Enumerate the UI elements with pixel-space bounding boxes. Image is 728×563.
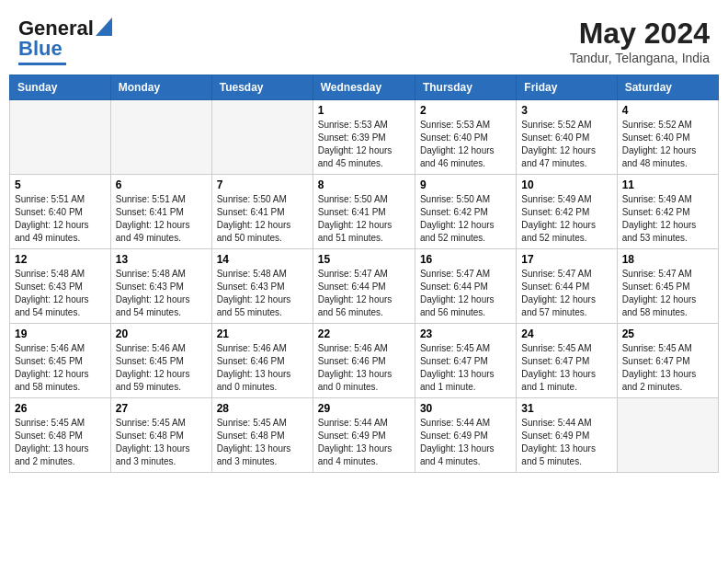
title-block: May 2024 Tandur, Telangana, India bbox=[570, 17, 710, 65]
calendar-cell: 7Sunrise: 5:50 AMSunset: 6:41 PMDaylight… bbox=[211, 175, 313, 249]
col-header-friday: Friday bbox=[517, 75, 617, 100]
calendar-cell: 9Sunrise: 5:50 AMSunset: 6:42 PMDaylight… bbox=[415, 175, 516, 249]
calendar-cell: 6Sunrise: 5:51 AMSunset: 6:41 PMDaylight… bbox=[110, 175, 211, 249]
day-number: 9 bbox=[420, 178, 511, 191]
calendar-cell bbox=[211, 100, 313, 175]
day-number: 13 bbox=[116, 253, 207, 266]
day-number: 28 bbox=[217, 402, 308, 415]
calendar-week-2: 5Sunrise: 5:51 AMSunset: 6:40 PMDaylight… bbox=[10, 175, 719, 249]
day-info: Sunrise: 5:45 AMSunset: 6:47 PMDaylight:… bbox=[420, 342, 511, 394]
calendar-cell: 21Sunrise: 5:46 AMSunset: 6:46 PMDayligh… bbox=[211, 324, 313, 398]
calendar-cell: 23Sunrise: 5:45 AMSunset: 6:47 PMDayligh… bbox=[415, 324, 516, 398]
calendar-cell: 18Sunrise: 5:47 AMSunset: 6:45 PMDayligh… bbox=[617, 249, 718, 324]
calendar-cell: 11Sunrise: 5:49 AMSunset: 6:42 PMDayligh… bbox=[617, 175, 718, 249]
calendar-week-4: 19Sunrise: 5:46 AMSunset: 6:45 PMDayligh… bbox=[10, 324, 719, 398]
logo: General Blue bbox=[18, 17, 112, 65]
calendar-cell: 25Sunrise: 5:45 AMSunset: 6:47 PMDayligh… bbox=[617, 324, 718, 398]
day-number: 26 bbox=[15, 402, 106, 415]
calendar-cell: 24Sunrise: 5:45 AMSunset: 6:47 PMDayligh… bbox=[517, 324, 617, 398]
page-title: May 2024 bbox=[570, 17, 710, 51]
day-number: 18 bbox=[622, 253, 713, 266]
calendar-cell: 22Sunrise: 5:46 AMSunset: 6:46 PMDayligh… bbox=[313, 324, 415, 398]
day-info: Sunrise: 5:48 AMSunset: 6:43 PMDaylight:… bbox=[15, 268, 106, 319]
calendar-cell: 4Sunrise: 5:52 AMSunset: 6:40 PMDaylight… bbox=[617, 100, 718, 175]
calendar-cell: 17Sunrise: 5:47 AMSunset: 6:44 PMDayligh… bbox=[517, 249, 617, 324]
day-info: Sunrise: 5:45 AMSunset: 6:48 PMDaylight:… bbox=[15, 417, 106, 468]
day-number: 14 bbox=[217, 253, 308, 266]
day-info: Sunrise: 5:51 AMSunset: 6:41 PMDaylight:… bbox=[116, 193, 207, 245]
calendar-cell: 14Sunrise: 5:48 AMSunset: 6:43 PMDayligh… bbox=[211, 249, 313, 324]
day-number: 23 bbox=[420, 327, 511, 340]
day-number: 16 bbox=[420, 253, 511, 266]
day-number: 21 bbox=[217, 327, 308, 340]
calendar-week-3: 12Sunrise: 5:48 AMSunset: 6:43 PMDayligh… bbox=[10, 249, 719, 324]
day-info: Sunrise: 5:49 AMSunset: 6:42 PMDaylight:… bbox=[622, 193, 713, 245]
day-info: Sunrise: 5:50 AMSunset: 6:41 PMDaylight:… bbox=[318, 193, 410, 245]
day-info: Sunrise: 5:48 AMSunset: 6:43 PMDaylight:… bbox=[217, 268, 308, 319]
calendar-week-1: 1Sunrise: 5:53 AMSunset: 6:39 PMDaylight… bbox=[10, 100, 719, 175]
day-info: Sunrise: 5:46 AMSunset: 6:45 PMDaylight:… bbox=[15, 342, 106, 394]
day-info: Sunrise: 5:46 AMSunset: 6:46 PMDaylight:… bbox=[318, 342, 410, 394]
col-header-tuesday: Tuesday bbox=[211, 75, 313, 100]
day-number: 20 bbox=[116, 327, 207, 340]
calendar-table: SundayMondayTuesdayWednesdayThursdayFrid… bbox=[9, 75, 719, 473]
day-number: 2 bbox=[420, 104, 511, 117]
day-info: Sunrise: 5:47 AMSunset: 6:45 PMDaylight:… bbox=[622, 268, 713, 319]
col-header-saturday: Saturday bbox=[617, 75, 718, 100]
day-info: Sunrise: 5:45 AMSunset: 6:47 PMDaylight:… bbox=[622, 342, 713, 394]
day-number: 8 bbox=[318, 178, 410, 191]
calendar-header-row: SundayMondayTuesdayWednesdayThursdayFrid… bbox=[10, 75, 719, 100]
day-info: Sunrise: 5:47 AMSunset: 6:44 PMDaylight:… bbox=[318, 268, 410, 319]
logo-underline bbox=[18, 63, 66, 65]
calendar-cell: 5Sunrise: 5:51 AMSunset: 6:40 PMDaylight… bbox=[10, 175, 111, 249]
page-header: General Blue May 2024 Tandur, Telangana,… bbox=[9, 9, 719, 69]
day-number: 19 bbox=[15, 327, 106, 340]
calendar-cell bbox=[10, 100, 111, 175]
day-number: 1 bbox=[318, 104, 410, 117]
col-header-monday: Monday bbox=[110, 75, 211, 100]
day-number: 29 bbox=[318, 402, 410, 415]
day-info: Sunrise: 5:53 AMSunset: 6:39 PMDaylight:… bbox=[318, 119, 410, 170]
day-number: 25 bbox=[622, 327, 713, 340]
col-header-wednesday: Wednesday bbox=[313, 75, 415, 100]
calendar-cell: 29Sunrise: 5:44 AMSunset: 6:49 PMDayligh… bbox=[313, 398, 415, 473]
day-number: 24 bbox=[521, 327, 611, 340]
calendar-cell: 16Sunrise: 5:47 AMSunset: 6:44 PMDayligh… bbox=[415, 249, 516, 324]
day-number: 27 bbox=[116, 402, 207, 415]
calendar-cell bbox=[110, 100, 211, 175]
day-info: Sunrise: 5:50 AMSunset: 6:42 PMDaylight:… bbox=[420, 193, 511, 245]
calendar-cell: 31Sunrise: 5:44 AMSunset: 6:49 PMDayligh… bbox=[517, 398, 617, 473]
calendar-cell: 20Sunrise: 5:46 AMSunset: 6:45 PMDayligh… bbox=[110, 324, 211, 398]
day-info: Sunrise: 5:44 AMSunset: 6:49 PMDaylight:… bbox=[318, 417, 410, 468]
calendar-week-5: 26Sunrise: 5:45 AMSunset: 6:48 PMDayligh… bbox=[10, 398, 719, 473]
day-info: Sunrise: 5:45 AMSunset: 6:47 PMDaylight:… bbox=[521, 342, 611, 394]
col-header-sunday: Sunday bbox=[10, 75, 111, 100]
calendar-cell: 27Sunrise: 5:45 AMSunset: 6:48 PMDayligh… bbox=[110, 398, 211, 473]
logo-triangle-icon bbox=[96, 17, 112, 36]
day-number: 7 bbox=[217, 178, 308, 191]
day-info: Sunrise: 5:45 AMSunset: 6:48 PMDaylight:… bbox=[116, 417, 207, 468]
day-info: Sunrise: 5:51 AMSunset: 6:40 PMDaylight:… bbox=[15, 193, 106, 245]
calendar-cell: 8Sunrise: 5:50 AMSunset: 6:41 PMDaylight… bbox=[313, 175, 415, 249]
day-number: 17 bbox=[521, 253, 611, 266]
calendar-cell bbox=[617, 398, 718, 473]
calendar-cell: 19Sunrise: 5:46 AMSunset: 6:45 PMDayligh… bbox=[10, 324, 111, 398]
day-number: 22 bbox=[318, 327, 410, 340]
day-info: Sunrise: 5:49 AMSunset: 6:42 PMDaylight:… bbox=[521, 193, 611, 245]
day-info: Sunrise: 5:45 AMSunset: 6:48 PMDaylight:… bbox=[217, 417, 308, 468]
day-number: 3 bbox=[521, 104, 611, 117]
day-info: Sunrise: 5:52 AMSunset: 6:40 PMDaylight:… bbox=[622, 119, 713, 170]
day-number: 30 bbox=[420, 402, 511, 415]
day-number: 11 bbox=[622, 178, 713, 191]
day-number: 5 bbox=[15, 178, 106, 191]
calendar-cell: 30Sunrise: 5:44 AMSunset: 6:49 PMDayligh… bbox=[415, 398, 516, 473]
calendar-cell: 10Sunrise: 5:49 AMSunset: 6:42 PMDayligh… bbox=[517, 175, 617, 249]
logo-blue: Blue bbox=[18, 37, 63, 61]
day-info: Sunrise: 5:46 AMSunset: 6:46 PMDaylight:… bbox=[217, 342, 308, 394]
day-number: 15 bbox=[318, 253, 410, 266]
day-info: Sunrise: 5:50 AMSunset: 6:41 PMDaylight:… bbox=[217, 193, 308, 245]
calendar-cell: 2Sunrise: 5:53 AMSunset: 6:40 PMDaylight… bbox=[415, 100, 516, 175]
calendar-cell: 1Sunrise: 5:53 AMSunset: 6:39 PMDaylight… bbox=[313, 100, 415, 175]
day-number: 4 bbox=[622, 104, 713, 117]
day-info: Sunrise: 5:53 AMSunset: 6:40 PMDaylight:… bbox=[420, 119, 511, 170]
